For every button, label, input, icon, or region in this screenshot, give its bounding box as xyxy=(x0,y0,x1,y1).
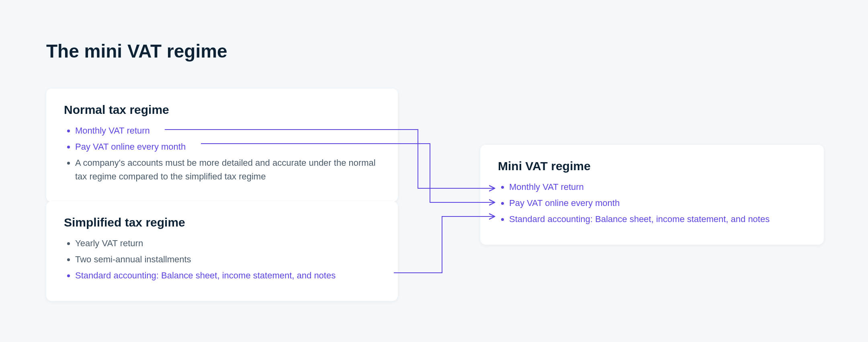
card-title-mini: Mini VAT regime xyxy=(498,159,806,173)
list-item: Yearly VAT return xyxy=(75,237,380,250)
list-item: Standard accounting: Balance sheet, inco… xyxy=(509,212,806,226)
card-title-simplified: Simplified tax regime xyxy=(64,216,380,229)
card-simplified-tax-regime: Simplified tax regime Yearly VAT return … xyxy=(46,201,398,301)
page-title: The mini VAT regime xyxy=(46,40,227,62)
card-mini-vat-regime: Mini VAT regime Monthly VAT return Pay V… xyxy=(480,145,824,245)
connector-simplified-3-to-mini-3 xyxy=(394,216,494,273)
card-title-normal: Normal tax regime xyxy=(64,103,380,117)
list-item: A company's accounts must be more detail… xyxy=(75,156,380,183)
list-item: Monthly VAT return xyxy=(75,124,380,138)
list-item: Pay VAT online every month xyxy=(509,196,806,210)
card-normal-tax-regime: Normal tax regime Monthly VAT return Pay… xyxy=(46,89,398,202)
list-item: Monthly VAT return xyxy=(509,180,806,194)
list-item: Standard accounting: Balance sheet, inco… xyxy=(75,269,380,282)
list-item: Two semi-annual installments xyxy=(75,253,380,266)
list-item: Pay VAT online every month xyxy=(75,140,380,154)
list-normal: Monthly VAT return Pay VAT online every … xyxy=(64,124,380,183)
list-simplified: Yearly VAT return Two semi-annual instal… xyxy=(64,237,380,282)
list-mini: Monthly VAT return Pay VAT online every … xyxy=(498,180,806,226)
